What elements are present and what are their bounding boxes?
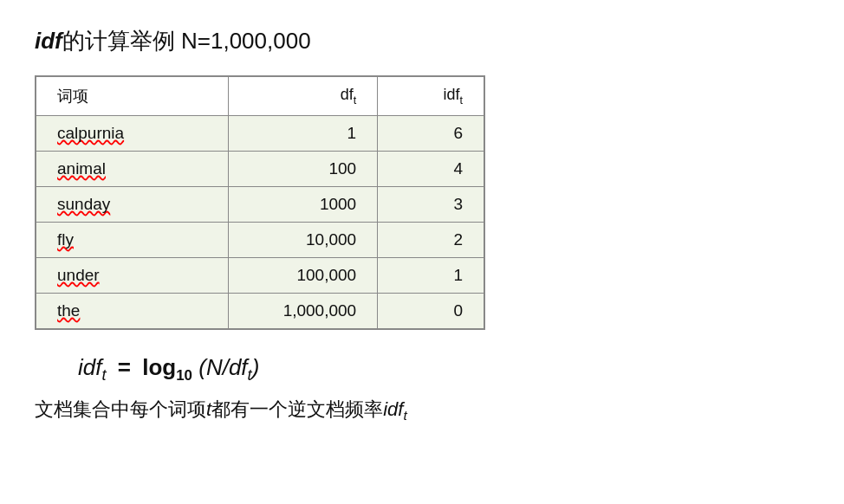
cell-idf-0: 6 <box>378 116 484 152</box>
cell-idf-2: 3 <box>378 187 484 223</box>
cell-idf-1: 4 <box>378 152 484 187</box>
cell-term-1: animal <box>36 152 228 187</box>
formula-line: idft = log10 (N/dft) <box>78 354 809 384</box>
formula-lhs: idft <box>78 354 113 380</box>
formula-arg-text: (N/df <box>198 354 247 380</box>
table-row: the1,000,0000 <box>36 294 484 330</box>
formula-log-text: log <box>142 354 176 380</box>
table-row: animal1004 <box>36 152 484 187</box>
header-df: dft <box>228 76 378 116</box>
table-row: under100,0001 <box>36 258 484 294</box>
cell-idf-3: 2 <box>378 223 484 258</box>
formula-equals: = <box>118 354 131 380</box>
formula-arg: (N/dft) <box>198 354 259 380</box>
cell-df-2: 1000 <box>228 187 378 223</box>
header-term: 词项 <box>36 76 228 116</box>
cell-term-2: sunday <box>36 187 228 223</box>
description-line: 文档集合中每个词项t都有一个逆文档频率idft <box>35 397 809 423</box>
header-df-text: df <box>341 86 354 103</box>
formula-arg-close: ) <box>252 354 260 380</box>
table-row: sunday10003 <box>36 187 484 223</box>
cell-term-5: the <box>36 294 228 330</box>
cell-df-0: 1 <box>228 116 378 152</box>
cell-df-3: 10,000 <box>228 223 378 258</box>
cell-term-0: calpurnia <box>36 116 228 152</box>
table-wrapper: 词项 dft idft calpurnia16animal1004sunday1… <box>35 75 809 330</box>
desc-idf-sub: t <box>403 409 406 423</box>
header-df-sub: t <box>354 94 357 107</box>
header-idf: idft <box>378 76 484 116</box>
formula-log: log10 <box>142 354 198 380</box>
title-rest: 的计算举例 N=1,000,000 <box>62 28 311 54</box>
cell-df-4: 100,000 <box>228 258 378 294</box>
idf-table: 词项 dft idft calpurnia16animal1004sunday1… <box>35 75 485 330</box>
desc-before: 文档集合中每个词项 <box>35 398 206 420</box>
cell-idf-4: 1 <box>378 258 484 294</box>
table-header-row: 词项 dft idft <box>36 76 484 116</box>
title-idf: idf <box>35 28 62 54</box>
formula-log-sub: 10 <box>176 367 192 384</box>
header-idf-text: idf <box>443 86 459 103</box>
table-row: calpurnia16 <box>36 116 484 152</box>
desc-idf: idf <box>383 398 403 420</box>
formula-section: idft = log10 (N/dft) <box>35 354 809 384</box>
formula-lhs-sub: t <box>101 366 106 384</box>
cell-idf-5: 0 <box>378 294 484 330</box>
cell-df-1: 100 <box>228 152 378 187</box>
header-idf-sub: t <box>460 94 464 107</box>
cell-df-5: 1,000,000 <box>228 294 378 330</box>
table-row: fly10,0002 <box>36 223 484 258</box>
table-body: calpurnia16animal1004sunday10003fly10,00… <box>36 116 484 330</box>
cell-term-3: fly <box>36 223 228 258</box>
page-title: idf的计算举例 N=1,000,000 <box>35 26 809 56</box>
desc-middle: 都有一个逆文档频率 <box>211 398 383 420</box>
formula-lhs-text: idf <box>78 354 101 380</box>
cell-term-4: under <box>36 258 228 294</box>
